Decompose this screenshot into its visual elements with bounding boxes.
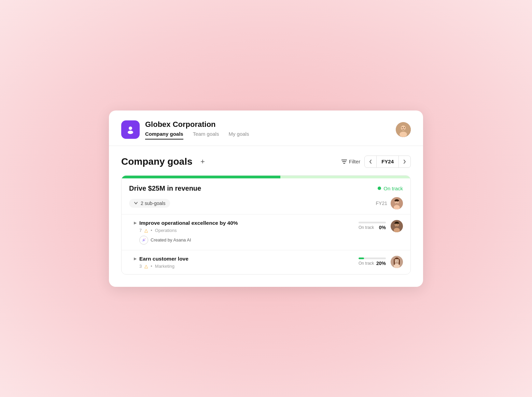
toolbar-right: Filter FY24 <box>341 156 411 168</box>
goal-progress-bar-wrap <box>122 176 410 178</box>
sub-goal-2-meta: 3 △ • Marketing <box>139 264 331 269</box>
svg-point-20 <box>396 224 396 225</box>
asana-ai-icon <box>139 236 148 245</box>
tab-my-goals[interactable]: My goals <box>228 131 249 139</box>
page-title: Company goals <box>121 156 192 167</box>
meta-dot-2: • <box>151 264 152 269</box>
sub-goal-1-avatar[interactable] <box>391 220 403 232</box>
sub-goal-1-progress-bar <box>359 222 386 223</box>
sub-goal-2-pct: 20% <box>376 261 386 266</box>
sub-goal-2-title-row: ▶ Earn customer love <box>134 256 331 262</box>
sub-goal-1-status: On track <box>359 225 374 230</box>
goal-owner-face <box>391 197 403 209</box>
sub-goal-2-tasks: 3 <box>139 264 142 269</box>
sub-goal-2-department: Marketing <box>155 264 174 269</box>
sub-goals-count-label: 2 sub-goals <box>141 201 165 206</box>
warning-icon-2: △ <box>144 264 148 269</box>
sub-goal-2-row: ▶ Earn customer love 3 △ • Marketing <box>122 250 410 274</box>
sub-goal-1-meta: 7 △ • Operations <box>139 228 331 233</box>
expand-arrow-icon: ▶ <box>134 221 137 225</box>
on-track-badge: On track <box>378 186 403 191</box>
svg-point-4 <box>400 132 407 137</box>
sub-goal-1-face <box>391 220 403 232</box>
fy-label: FY21 <box>376 201 387 206</box>
sub-goal-row: ▶ Improve operational excellence by 40% … <box>122 214 410 250</box>
period-next-button[interactable] <box>399 156 410 167</box>
sub-goal-1-progress: On track 0% <box>359 222 386 230</box>
period-navigator: FY24 <box>364 156 411 168</box>
ai-badge-label: Created by Asana AI <box>151 237 191 242</box>
period-label: FY24 <box>376 156 399 167</box>
on-track-dot <box>378 187 381 190</box>
sub-goal-2-right: On track 20% <box>331 256 403 268</box>
sub-goal-1-title: Improve operational excellence by 40% <box>139 220 238 226</box>
svg-point-1 <box>128 131 133 134</box>
ai-badge: Created by Asana AI <box>139 236 331 245</box>
sub-goal-1-title-row: ▶ Improve operational excellence by 40% <box>134 220 331 226</box>
sub-goal-1-right: On track 0% <box>331 220 403 232</box>
chevron-left-icon <box>369 159 372 164</box>
sub-goal-2-progress-fill <box>359 258 364 259</box>
svg-point-14 <box>397 201 398 202</box>
main-goal-title: Drive $25M in revenue <box>129 185 201 192</box>
main-card: Globex Corporation Company goals Team go… <box>109 111 423 287</box>
svg-point-21 <box>397 224 398 225</box>
add-goal-button[interactable]: + <box>197 156 208 167</box>
sub-goal-2-progress-bar <box>359 258 386 259</box>
filter-icon <box>341 159 347 164</box>
user-avatar-image <box>396 122 411 137</box>
header: Globex Corporation Company goals Team go… <box>109 111 423 139</box>
filter-label: Filter <box>349 159 360 164</box>
tab-company-goals[interactable]: Company goals <box>145 131 183 139</box>
main-content: Company goals + Filter <box>109 146 423 287</box>
user-avatar[interactable] <box>396 122 411 137</box>
svg-point-15 <box>145 238 145 239</box>
on-track-label: On track <box>383 186 403 191</box>
svg-point-16 <box>142 241 143 242</box>
goal-owner-avatar[interactable] <box>391 197 403 209</box>
sub-goals-meta: FY21 <box>376 197 403 209</box>
sub-goal-2-title: Earn customer love <box>139 256 188 262</box>
svg-point-0 <box>129 127 132 130</box>
sub-goal-2-progress: On track 20% <box>359 258 386 266</box>
warning-icon: △ <box>144 228 148 233</box>
sub-goal-2-avatar[interactable] <box>391 256 403 268</box>
sub-goal-2-status: On track <box>359 261 374 266</box>
svg-point-13 <box>396 201 396 202</box>
sub-goal-1-pct: 0% <box>379 225 386 230</box>
svg-point-6 <box>404 127 405 128</box>
meta-dot: • <box>151 228 152 233</box>
page-header: Company goals + Filter <box>121 156 411 168</box>
sub-goal-1-tasks: 7 <box>139 228 142 233</box>
sparkle-icon <box>141 238 146 242</box>
svg-point-25 <box>396 260 396 261</box>
sub-goal-1-department: Operations <box>155 228 177 233</box>
person-icon <box>126 125 135 134</box>
sub-goal-1-left: ▶ Improve operational excellence by 40% … <box>134 220 331 245</box>
goal-card: Drive $25M in revenue On track 2 sub-goa… <box>121 175 411 275</box>
chevron-right-icon <box>403 159 406 164</box>
filter-button[interactable]: Filter <box>341 159 360 164</box>
svg-point-26 <box>397 260 398 261</box>
svg-point-5 <box>402 127 403 128</box>
period-prev-button[interactable] <box>365 156 376 167</box>
goal-main-row: Drive $25M in revenue On track <box>122 178 410 196</box>
goal-progress-bar-fill <box>122 176 280 178</box>
app-icon <box>121 120 140 139</box>
nav-tabs: Company goals Team goals My goals <box>145 131 249 139</box>
org-name: Globex Corporation <box>145 120 249 129</box>
expand-arrow-2-icon: ▶ <box>134 256 137 261</box>
sub-goals-row: 2 sub-goals FY21 <box>122 196 410 214</box>
sub-goal-2-face <box>391 256 403 268</box>
sub-goal-2-left: ▶ Earn customer love 3 △ • Marketing <box>134 256 331 269</box>
dropdown-arrow-icon <box>134 202 138 205</box>
header-left: Globex Corporation Company goals Team go… <box>121 120 249 139</box>
sub-goals-toggle-button[interactable]: 2 sub-goals <box>129 199 170 208</box>
org-info: Globex Corporation Company goals Team go… <box>145 120 249 139</box>
tab-team-goals[interactable]: Team goals <box>193 131 219 139</box>
page-title-row: Company goals + <box>121 156 208 167</box>
